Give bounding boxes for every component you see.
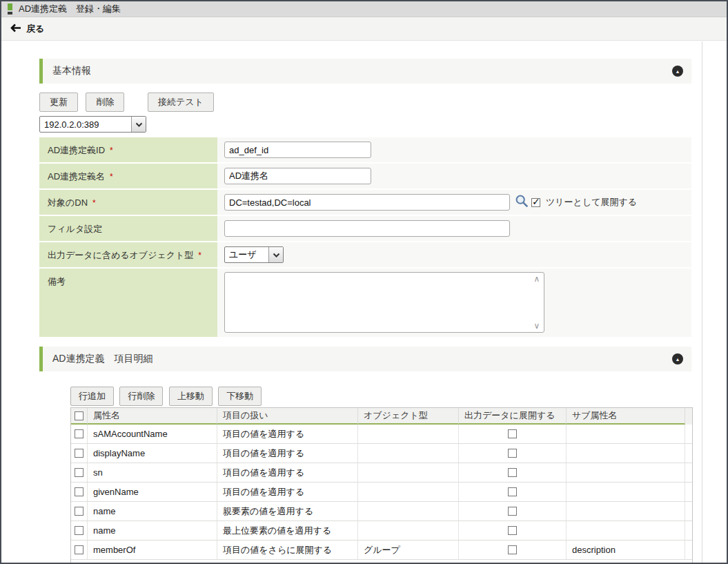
attr-cell[interactable]: sAMAccountName xyxy=(88,425,217,443)
chevron-down-icon[interactable] xyxy=(268,247,283,262)
row-checkbox[interactable] xyxy=(75,468,83,477)
handling-cell[interactable]: 親要素の値を適用する xyxy=(217,502,358,521)
required-mark: * xyxy=(198,251,201,260)
expand-checkbox[interactable] xyxy=(508,507,517,516)
expand-checkbox[interactable] xyxy=(508,449,517,458)
move-up-button[interactable]: 上移動 xyxy=(169,387,213,406)
table-row: name 親要素の値を適用する xyxy=(71,502,692,521)
update-button[interactable]: 更新 xyxy=(39,93,78,112)
attr-cell[interactable]: givenName xyxy=(88,483,217,501)
subattr-cell[interactable] xyxy=(567,463,685,482)
expand-checkbox[interactable] xyxy=(508,545,517,554)
form-row-note: 備考 ∧ ∨ xyxy=(39,269,691,337)
row-checkbox[interactable] xyxy=(75,449,83,458)
basic-info-section-header: 基本情報 ▲ xyxy=(39,59,691,84)
row-checkbox[interactable] xyxy=(75,487,83,496)
subattr-cell[interactable] xyxy=(567,444,685,463)
page-marker-icon xyxy=(8,3,12,14)
header-handling: 項目の扱い xyxy=(217,408,358,425)
handling-cell[interactable]: 項目の値を適用する xyxy=(217,444,358,463)
expand-checkbox[interactable] xyxy=(508,429,517,438)
required-mark: * xyxy=(110,146,113,155)
server-select-value: 192.0.2.0:389 xyxy=(44,119,99,130)
expand-checkbox[interactable] xyxy=(508,487,517,496)
note-field-area: ∧ ∨ xyxy=(217,269,691,337)
basic-info-title: 基本情報 xyxy=(52,65,91,77)
connection-test-button[interactable]: 接続テスト xyxy=(148,93,214,112)
delete-button[interactable]: 削除 xyxy=(86,93,124,112)
table-row: name 最上位要素の値を適用する xyxy=(71,521,692,541)
header-attr: 属性名 xyxy=(88,408,217,425)
handling-cell[interactable]: 項目の値を適用する xyxy=(217,425,358,443)
objtype-cell[interactable] xyxy=(358,463,459,482)
objtype-cell[interactable] xyxy=(358,444,459,463)
note-textarea[interactable]: ∧ ∨ xyxy=(224,272,544,333)
handling-cell[interactable]: 項目の値を適用する xyxy=(217,483,358,501)
titlebar: AD連携定義 登録・編集 xyxy=(1,1,727,17)
basic-buttons-row: 更新 削除 接続テスト xyxy=(39,93,727,112)
objtype-cell[interactable] xyxy=(358,483,459,501)
table-row: sAMAccountName 項目の値を適用する xyxy=(71,425,692,444)
collapse-basic-icon[interactable]: ▲ xyxy=(672,66,683,77)
select-all-checkbox[interactable] xyxy=(75,411,83,420)
form-row-dn: 対象のDN* ツリーとして展開する xyxy=(39,190,691,215)
expand-checkbox[interactable] xyxy=(508,468,517,477)
search-icon[interactable] xyxy=(515,194,529,211)
tree-expand-label: ツリーとして展開する xyxy=(546,196,637,208)
attr-cell[interactable]: memberOf xyxy=(88,541,217,559)
objtype-cell[interactable] xyxy=(358,521,459,540)
attr-cell[interactable]: displayName xyxy=(88,444,217,463)
move-down-button[interactable]: 下移動 xyxy=(218,387,262,406)
collapse-detail-icon[interactable]: ▲ xyxy=(672,353,683,364)
row-checkbox[interactable] xyxy=(75,429,83,438)
table-row: sn 項目の値を適用する xyxy=(71,463,692,483)
chevron-down-icon[interactable] xyxy=(131,117,146,132)
handling-cell[interactable]: 項目の値をさらに展開する xyxy=(217,541,358,559)
tree-expand-checkbox[interactable] xyxy=(531,198,540,207)
back-arrow-icon[interactable] xyxy=(10,23,21,35)
dn-input[interactable] xyxy=(224,194,510,211)
attr-cell[interactable]: name xyxy=(88,521,217,540)
handling-cell[interactable]: 項目の値を適用する xyxy=(217,463,358,482)
header-spacer xyxy=(685,408,692,425)
row-checkbox[interactable] xyxy=(75,526,83,535)
add-row-button[interactable]: 行追加 xyxy=(70,387,114,406)
objtype-cell[interactable] xyxy=(358,502,459,521)
subattr-cell[interactable] xyxy=(567,483,685,501)
name-input[interactable] xyxy=(224,168,371,184)
main-content: 基本情報 ▲ 更新 削除 接続テスト 192.0.2.0:389 AD連携定義I… xyxy=(1,41,727,564)
grid-header-row: 属性名 項目の扱い オブジェクト型 出力データに展開する サブ属性名 xyxy=(71,408,692,425)
row-checkbox[interactable] xyxy=(75,507,83,516)
header-objtype: オブジェクト型 xyxy=(358,408,459,425)
back-link[interactable]: 戻る xyxy=(26,23,44,35)
form-row-filter: フィルタ設定 xyxy=(39,216,691,241)
subattr-cell[interactable] xyxy=(567,425,685,443)
id-input[interactable] xyxy=(224,142,371,158)
subattr-cell[interactable]: description xyxy=(567,541,685,559)
app-window: AD連携定義 登録・編集 戻る 基本情報 ▲ 更新 削除 接続テスト 192.0… xyxy=(0,0,728,564)
expand-checkbox[interactable] xyxy=(508,526,517,535)
textarea-scrollbar[interactable]: ∧ ∨ xyxy=(531,274,542,331)
scroll-down-icon[interactable]: ∨ xyxy=(534,321,540,331)
attr-cell[interactable]: sn xyxy=(88,463,217,482)
handling-cell[interactable]: 最上位要素の値を適用する xyxy=(217,521,358,540)
server-select[interactable]: 192.0.2.0:389 xyxy=(39,116,146,133)
note-label: 備考 xyxy=(39,269,217,337)
detail-grid: 属性名 項目の扱い オブジェクト型 出力データに展開する サブ属性名 sAMAc… xyxy=(70,407,693,564)
row-checkbox[interactable] xyxy=(75,545,83,554)
objtype-cell[interactable]: グループ xyxy=(358,541,459,559)
name-field-area xyxy=(217,164,691,188)
attr-cell[interactable]: name xyxy=(88,502,217,521)
header-subattr: サブ属性名 xyxy=(567,408,685,425)
scroll-up-icon[interactable]: ∧ xyxy=(534,274,540,284)
subattr-cell[interactable] xyxy=(567,502,685,521)
content-divider xyxy=(702,41,702,563)
filter-input[interactable] xyxy=(224,220,510,237)
filter-label: フィルタ設定 xyxy=(39,216,217,241)
subattr-cell[interactable] xyxy=(567,521,685,540)
remove-row-button[interactable]: 行削除 xyxy=(119,387,163,406)
detail-section-title: AD連携定義 項目明細 xyxy=(52,353,153,365)
objtype-cell[interactable] xyxy=(358,425,459,443)
id-label: AD連携定義ID* xyxy=(39,137,217,162)
objtype-select[interactable]: ユーザ xyxy=(224,246,284,263)
